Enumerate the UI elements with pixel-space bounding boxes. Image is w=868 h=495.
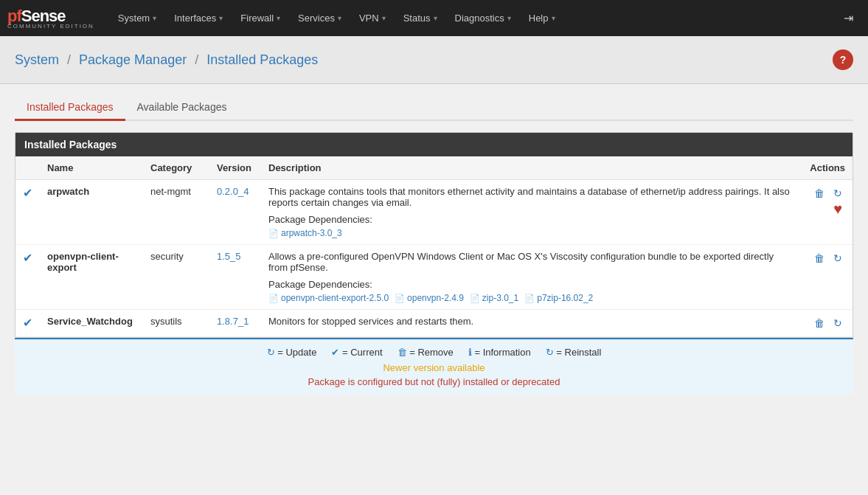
reinstall-button-arpwatch[interactable]: ↻ [830, 186, 845, 201]
row-check-arpwatch: ✔ [15, 180, 40, 245]
nav-item-firewall[interactable]: Firewall ▾ [232, 0, 289, 36]
dep-label-openvpn: Package Dependencies: [268, 279, 795, 290]
nav-item-status[interactable]: Status ▾ [395, 0, 446, 36]
brand-logo[interactable]: pfSense Community Edition [7, 7, 94, 30]
chevron-down-icon: ▾ [434, 14, 437, 22]
col-actions: Actions [802, 156, 853, 180]
col-description: Description [261, 156, 802, 180]
chevron-down-icon: ▾ [277, 14, 280, 22]
breadcrumb: System / Package Manager / Installed Pac… [15, 52, 318, 68]
packages-table: Name Category Version Description Action… [15, 156, 853, 337]
col-check [15, 156, 40, 180]
row-name-arpwatch: arpwatch [40, 180, 143, 245]
row-desc-openvpn: Allows a pre-configured OpenVPN Windows … [261, 245, 802, 310]
current-legend: ✔ = Current [331, 347, 382, 358]
breadcrumb-package-manager[interactable]: Package Manager [79, 52, 187, 67]
tab-available-packages[interactable]: Available Packages [125, 95, 239, 121]
help-button[interactable]: ? [833, 49, 853, 70]
newer-version-notice: Newer version available [29, 362, 839, 373]
remove-button-arpwatch[interactable]: 🗑 [811, 186, 827, 201]
current-icon: ✔ [331, 347, 339, 358]
row-actions-watchdog: 🗑 ↻ [802, 310, 853, 337]
tabs: Installed Packages Available Packages [15, 95, 853, 121]
reinstall-icon: ↻ [546, 347, 554, 358]
remove-button-watchdog[interactable]: 🗑 [811, 316, 827, 330]
nav-item-diagnostics[interactable]: Diagnostics ▾ [446, 0, 520, 36]
col-name: Name [40, 156, 143, 180]
info-legend: ℹ = Information [468, 347, 531, 358]
col-category: Category [143, 156, 209, 180]
installed-packages-panel: Installed Packages Name Category Version… [15, 132, 853, 338]
nav-item-vpn[interactable]: VPN ▾ [350, 0, 395, 36]
table-row: ✔ openvpn-client-export security 1.5_5 A… [15, 245, 853, 310]
row-actions-openvpn: 🗑 ↻ [802, 245, 853, 310]
table-row: ✔ Service_Watchdog sysutils 1.8.7_1 Moni… [15, 310, 853, 337]
brand-edition: Community Edition [7, 23, 94, 30]
chevron-down-icon: ▾ [507, 14, 511, 22]
row-check-openvpn: ✔ [15, 245, 40, 310]
dep-link-openvpn-2[interactable]: 📄 openvpn-2.4.9 [395, 293, 464, 303]
row-desc-watchdog: Monitors for stopped services and restar… [261, 310, 802, 337]
reinstall-button-watchdog[interactable]: ↻ [830, 316, 845, 330]
dep-link-openvpn-3[interactable]: 📄 zip-3.0_1 [470, 293, 518, 303]
reinstall-button-openvpn[interactable]: ↻ [830, 251, 845, 266]
nav-items: System ▾ Interfaces ▾ Firewall ▾ Service… [109, 0, 836, 36]
dep-link-openvpn-1[interactable]: 📄 openvpn-client-export-2.5.0 [268, 293, 389, 303]
remove-legend: 🗑 = Remove [397, 347, 454, 358]
chevron-down-icon: ▾ [382, 14, 386, 22]
heart-icon-arpwatch: ♥ [830, 199, 845, 218]
breadcrumb-sep: / [67, 52, 71, 67]
row-actions-arpwatch: 🗑 ↻ ♥ [802, 180, 853, 245]
file-icon: 📄 [470, 294, 480, 303]
navbar: pfSense Community Edition System ▾ Inter… [0, 0, 868, 36]
row-category-watchdog: sysutils [143, 310, 209, 337]
chevron-down-icon: ▾ [338, 14, 341, 22]
file-icon: 📄 [268, 229, 279, 238]
file-icon: 📄 [268, 294, 279, 303]
version-link-openvpn[interactable]: 1.5_5 [217, 251, 241, 262]
row-version-openvpn: 1.5_5 [209, 245, 261, 310]
page-content: Installed Packages Available Packages In… [0, 84, 868, 406]
not-installed-notice: Package is configured but not (fully) in… [29, 376, 839, 387]
row-category-openvpn: security [143, 245, 209, 310]
row-name-watchdog: Service_Watchdog [40, 310, 143, 337]
file-icon: 📄 [524, 294, 535, 303]
panel-heading: Installed Packages [15, 133, 853, 156]
breadcrumb-bar: System / Package Manager / Installed Pac… [0, 36, 868, 84]
reinstall-legend: ↻ = Reinstall [546, 347, 602, 358]
update-legend: ↻ = Update [267, 347, 317, 358]
table-row: ✔ arpwatch net-mgmt 0.2.0_4 This package… [15, 180, 853, 245]
remove-button-openvpn[interactable]: 🗑 [811, 251, 827, 266]
col-version: Version [209, 156, 261, 180]
nav-item-help[interactable]: Help ▾ [520, 0, 564, 36]
tab-installed-packages[interactable]: Installed Packages [15, 95, 125, 121]
dep-label-arpwatch: Package Dependencies: [268, 214, 795, 225]
dep-link-openvpn-4[interactable]: 📄 p7zip-16.02_2 [524, 293, 593, 303]
row-version-arpwatch: 0.2.0_4 [209, 180, 261, 245]
breadcrumb-current: Installed Packages [206, 52, 318, 67]
file-icon: 📄 [395, 294, 405, 303]
chevron-down-icon: ▾ [552, 14, 555, 22]
info-icon: ℹ [468, 347, 472, 358]
chevron-down-icon: ▾ [153, 14, 156, 22]
dep-link-arpwatch-1[interactable]: 📄 arpwatch-3.0_3 [268, 228, 342, 238]
logout-icon[interactable]: ⇥ [836, 12, 861, 24]
remove-icon: 🗑 [397, 347, 407, 358]
legend-bar: ↻ = Update ✔ = Current 🗑 = Remove ℹ = In… [15, 338, 853, 395]
row-check-watchdog: ✔ [15, 310, 40, 337]
dep-links-arpwatch: 📄 arpwatch-3.0_3 [268, 228, 795, 238]
nav-right: ⇥ [836, 11, 861, 25]
breadcrumb-system[interactable]: System [15, 52, 59, 67]
update-icon: ↻ [267, 347, 275, 358]
breadcrumb-sep2: / [195, 52, 198, 67]
nav-item-system[interactable]: System ▾ [109, 0, 165, 36]
chevron-down-icon: ▾ [219, 14, 223, 22]
table-header-row: Name Category Version Description Action… [15, 156, 853, 180]
row-category-arpwatch: net-mgmt [143, 180, 209, 245]
dep-links-openvpn: 📄 openvpn-client-export-2.5.0 📄 openvpn-… [268, 293, 795, 303]
nav-item-interfaces[interactable]: Interfaces ▾ [165, 0, 232, 36]
version-link-watchdog[interactable]: 1.8.7_1 [217, 316, 249, 327]
row-desc-arpwatch: This package contains tools that monitor… [261, 180, 802, 245]
version-link-arpwatch[interactable]: 0.2.0_4 [217, 186, 249, 197]
nav-item-services[interactable]: Services ▾ [289, 0, 350, 36]
